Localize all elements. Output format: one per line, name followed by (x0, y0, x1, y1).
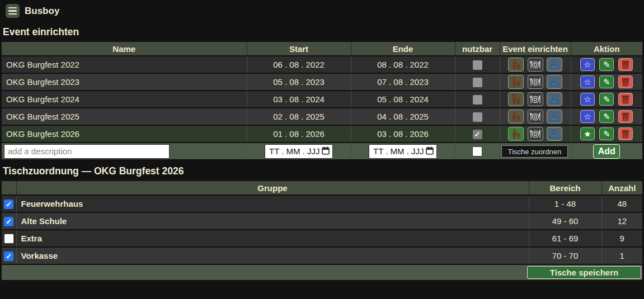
col-aktion: Aktion (571, 42, 642, 56)
edit-event-button[interactable]: ✎ (599, 93, 614, 106)
calendar-icon (426, 146, 434, 155)
event-name: OKG Burgfest 2023 (6, 77, 79, 87)
event-start-date: 05 . 08 . 2023 (247, 73, 351, 91)
save-tables-button[interactable]: Tische speichern (527, 266, 641, 279)
add-event-button[interactable]: Add (593, 144, 620, 159)
trash-icon (621, 77, 630, 87)
plate-icon (530, 130, 541, 139)
activate-event-button[interactable]: ☆ (580, 75, 595, 88)
groups-table: Gruppe Bereich Anzahl Feuerwehrhaus 1 - … (2, 181, 642, 281)
delete-event-button[interactable] (618, 127, 633, 140)
catering-button[interactable] (528, 58, 543, 72)
assign-tables-button[interactable] (508, 58, 524, 72)
edit-event-button[interactable]: ✎ (599, 127, 614, 140)
event-end-date: 08 . 08 . 2022 (351, 56, 455, 73)
col-nutzbar: nutzbar (455, 42, 500, 56)
event-description-input[interactable] (4, 144, 170, 159)
group-count: 9 (601, 230, 642, 247)
staff-button[interactable] (547, 92, 562, 106)
assign-tables-button[interactable] (508, 75, 524, 89)
col-anzahl: Anzahl (601, 181, 642, 195)
event-start-date: 01 . 08 . 2026 (247, 125, 351, 143)
table-row: Feuerwehrhaus 1 - 48 48 (2, 195, 642, 212)
event-start-date: 06 . 08 . 2022 (247, 56, 351, 73)
group-range: 61 - 69 (529, 230, 601, 247)
nutzbar-checkbox[interactable] (473, 78, 482, 87)
plate-icon (530, 78, 541, 87)
staff-button[interactable] (547, 58, 562, 72)
calendar-icon (322, 146, 330, 155)
table-row: OKG Burgfest 2023 05 . 08 . 2023 07 . 08… (2, 73, 642, 91)
edit-event-button[interactable]: ✎ (599, 58, 614, 71)
table-row: OKG Burgfest 2025 02 . 08 . 2025 04 . 08… (2, 108, 642, 125)
group-checkbox[interactable] (4, 234, 14, 244)
catering-button[interactable] (528, 92, 543, 106)
chair-icon (512, 77, 520, 87)
event-name: OKG Burgfest 2024 (6, 94, 79, 104)
pencil-icon: ✎ (603, 60, 610, 69)
event-section-heading: Event einrichten (3, 26, 642, 38)
trash-icon (621, 129, 630, 139)
nutzbar-checkbox[interactable] (473, 130, 482, 139)
nutzbar-checkbox[interactable] (473, 95, 482, 105)
delete-event-button[interactable] (618, 93, 633, 106)
event-start-date: 03 . 08 . 2024 (247, 91, 351, 108)
group-checkbox[interactable] (4, 217, 13, 226)
catering-button[interactable] (528, 127, 543, 141)
tooltip: Tische zuordnen (501, 145, 568, 158)
group-checkbox[interactable] (4, 251, 13, 261)
activate-event-button[interactable]: ☆ (580, 58, 595, 71)
edit-event-button[interactable]: ✎ (599, 110, 614, 123)
start-date-input[interactable]: TT . MM . JJJ (265, 144, 333, 159)
event-start-date: 02 . 08 . 2025 (247, 108, 351, 125)
chair-icon (512, 129, 520, 139)
nutzbar-checkbox[interactable] (473, 60, 482, 70)
group-name: Feuerwehrhaus (21, 199, 83, 208)
event-end-date: 07 . 08 . 2023 (351, 73, 455, 91)
group-count: 12 (601, 212, 642, 230)
col-gruppe: Gruppe (16, 181, 529, 195)
pencil-icon: ✎ (603, 112, 610, 121)
nutzbar-checkbox[interactable] (473, 112, 482, 122)
group-range: 49 - 60 (529, 212, 601, 230)
chair-icon (512, 112, 520, 121)
trash-icon (621, 60, 630, 69)
col-name: Name (2, 42, 247, 56)
events-table-header: Name Start Ende nutzbar Event einrichten… (2, 42, 642, 56)
group-name: Vorkasse (21, 251, 58, 260)
staff-button[interactable] (547, 127, 562, 141)
event-name: OKG Burgfest 2022 (6, 60, 79, 69)
table-row: Vorkasse 70 - 70 1 (2, 247, 642, 264)
assign-tables-button[interactable] (508, 110, 524, 124)
edit-event-button[interactable]: ✎ (599, 75, 614, 88)
catering-button[interactable] (528, 110, 543, 124)
table-row: Extra 61 - 69 9 (2, 230, 642, 247)
group-checkbox[interactable] (4, 200, 13, 209)
activate-event-button[interactable]: ☆ (580, 110, 595, 123)
col-start: Start (247, 42, 351, 56)
table-row: OKG Burgfest 2024 03 . 08 . 2024 05 . 08… (2, 91, 642, 108)
assign-tables-button[interactable] (508, 127, 524, 141)
group-count: 1 (601, 247, 642, 264)
activate-event-button[interactable]: ★ (580, 127, 595, 140)
group-range: 1 - 48 (529, 195, 601, 212)
table-row: OKG Burgfest 2022 06 . 08 . 2022 08 . 08… (2, 56, 642, 73)
group-count: 48 (601, 195, 642, 212)
chair-icon (512, 60, 520, 69)
delete-event-button[interactable] (618, 110, 633, 123)
person-icon (549, 95, 560, 103)
table-row: OKG Burgfest 2026 01 . 08 . 2026 03 . 08… (2, 125, 642, 143)
end-date-input[interactable]: TT . MM . JJJ (369, 144, 437, 159)
staff-button[interactable] (547, 75, 562, 89)
activate-event-button[interactable]: ☆ (580, 93, 595, 106)
staff-button[interactable] (547, 110, 562, 124)
assign-tables-button[interactable] (508, 92, 524, 106)
hamburger-menu-button[interactable] (6, 4, 20, 18)
catering-button[interactable] (528, 75, 543, 89)
nutzbar-checkbox[interactable] (472, 146, 482, 156)
delete-event-button[interactable] (618, 75, 633, 88)
trash-icon (621, 112, 630, 121)
event-end-date: 04 . 08 . 2025 (351, 108, 455, 125)
delete-event-button[interactable] (618, 58, 633, 71)
col-ende: Ende (351, 42, 455, 56)
